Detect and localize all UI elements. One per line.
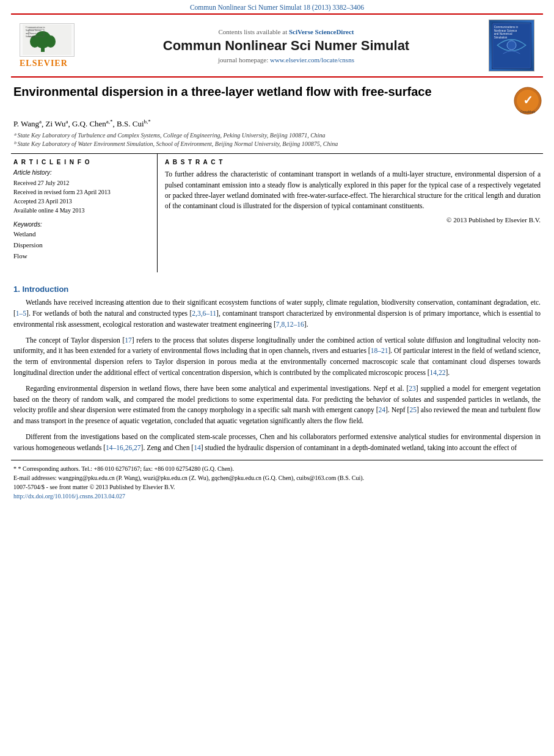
svg-text:and Numerical: and Numerical	[494, 32, 512, 35]
affiliation-b: ᵇ State Key Laboratory of Water Environm…	[13, 140, 541, 148]
svg-text:and Numerical: and Numerical	[26, 32, 38, 35]
intro-para3: Regarding environmental dispersion in we…	[13, 383, 541, 427]
keyword-2: Dispersion	[13, 240, 151, 251]
footer-issn: 1007-5704/$ - see front matter © 2013 Pu…	[13, 482, 541, 492]
ref-14b[interactable]: 14	[194, 444, 201, 451]
journal-cover-image: Communications in Nonlinear Science and …	[489, 20, 534, 71]
ref-24[interactable]: 24	[379, 406, 386, 413]
received-revised: Received in revised form 23 April 2013	[13, 187, 151, 197]
intro-para2: The concept of Taylor dispersion [17] re…	[13, 335, 541, 379]
history-label: Article history:	[13, 169, 151, 176]
affiliations: ᵃ State Key Laboratory of Turbulence and…	[11, 131, 543, 148]
email-label: E-mail addresses:	[13, 474, 57, 481]
journal-header-left: Communications in Nonlinear Science and …	[20, 23, 93, 68]
ref-25[interactable]: 25	[409, 406, 417, 413]
ref-23[interactable]: 23	[409, 385, 416, 392]
svg-text:Communications in: Communications in	[26, 26, 45, 29]
authors-line: P. Wanga, Zi Wua, G.Q. Chena,*, B.S. Cui…	[11, 118, 543, 129]
keyword-3: Flow	[13, 251, 151, 262]
crossmark-logo: ✓ CrossMark	[513, 86, 541, 114]
sciverse-link[interactable]: SciVerse ScienceDirect	[289, 28, 354, 35]
svg-text:Communications in: Communications in	[494, 26, 519, 29]
journal-header-center: Contents lists available at SciVerse Sci…	[93, 28, 479, 64]
journal-homepage: journal homepage: www.elsevier.com/locat…	[93, 56, 479, 64]
ref-2-11[interactable]: 2,3,6–11	[192, 310, 216, 317]
homepage-url[interactable]: www.elsevier.com/locate/cnsns	[270, 56, 354, 64]
elsevier-brand: ELSEVIER	[20, 59, 68, 68]
footer-doi[interactable]: http://dx.doi.org/10.1016/j.cnsns.2013.0…	[13, 493, 541, 500]
body-content: 1. Introduction Wetlands have received i…	[11, 272, 543, 454]
article-info-label: A R T I C L E I N F O	[13, 159, 151, 165]
footer-section: * * Corresponding authors. Tel.: +86 010…	[11, 460, 543, 503]
footnote-star: *	[13, 465, 16, 472]
article-title-section: Environmental dispersion in a three-laye…	[11, 84, 543, 114]
ref-14-22[interactable]: 14,22	[430, 369, 446, 376]
intro-para4: Different from the investigations based …	[13, 432, 541, 454]
copyright-line: © 2013 Published by Elsevier B.V.	[165, 216, 541, 224]
ref-14-27[interactable]: 14–16,26,27	[106, 444, 141, 451]
intro-heading: 1. Introduction	[13, 285, 541, 294]
elsevier-logo: Communications in Nonlinear Science and …	[20, 23, 93, 68]
homepage-prefix: journal homepage:	[218, 56, 270, 64]
article-history-block: Article history: Received 27 July 2012 R…	[13, 169, 151, 215]
svg-text:Nonlinear Science: Nonlinear Science	[26, 29, 42, 32]
svg-text:Nonlinear Science: Nonlinear Science	[494, 29, 517, 32]
elsevier-logo-image: Communications in Nonlinear Science and …	[20, 23, 75, 57]
footer-emails: E-mail addresses: wangping@pku.edu.cn (P…	[13, 473, 541, 482]
ref-1-5[interactable]: 1–5	[16, 310, 26, 317]
svg-text:✓: ✓	[523, 93, 533, 107]
ref-17[interactable]: 17	[125, 336, 132, 344]
page-wrapper: Commun Nonlinear Sci Numer Simulat 18 (2…	[0, 0, 554, 756]
journal-header-right: Communications in Nonlinear Science and …	[479, 20, 534, 71]
abstract-label: A B S T R A C T	[165, 159, 541, 165]
svg-point-4	[46, 35, 56, 48]
svg-text:Simulation: Simulation	[26, 35, 35, 38]
article-title: Environmental dispersion in a three-laye…	[13, 84, 501, 100]
journal-title: Commun Nonlinear Sci Numer Simulat	[93, 38, 479, 54]
ref-18-21[interactable]: 18–21	[371, 347, 388, 354]
both-word: both	[79, 310, 92, 317]
article-content: Environmental dispersion in a three-laye…	[11, 78, 543, 454]
svg-text:CrossMark: CrossMark	[520, 110, 536, 114]
svg-text:Simulation: Simulation	[494, 35, 508, 38]
sciverse-line: Contents lists available at SciVerse Sci…	[93, 28, 479, 35]
intro-para1: Wetlands have received increasing attent…	[13, 297, 541, 330]
accepted: Accepted 23 April 2013	[13, 197, 151, 206]
article-info-col: A R T I C L E I N F O Article history: R…	[11, 154, 158, 272]
abstract-text: To further address the characteristic of…	[165, 169, 541, 211]
sciverse-prefix: Contents lists available at	[218, 28, 288, 35]
citation-text: Commun Nonlinear Sci Numer Simulat 18 (2…	[190, 4, 364, 11]
svg-point-16	[507, 40, 516, 49]
ref-7-16[interactable]: 7,8,12–16	[276, 321, 304, 328]
email-addresses: wangping@pku.edu.cn (P. Wang), wuzi@pku.…	[58, 474, 364, 481]
affiliation-a: ᵃ State Key Laboratory of Turbulence and…	[13, 131, 541, 140]
corresponding-note: * * Corresponding authors. Tel.: +86 010…	[13, 464, 541, 473]
abstract-col: A B S T R A C T To further address the c…	[158, 154, 543, 272]
available: Available online 4 May 2013	[13, 206, 151, 215]
keywords-label: Keywords:	[13, 221, 151, 228]
citation-bar: Commun Nonlinear Sci Numer Simulat 18 (2…	[0, 0, 554, 13]
journal-header: Communications in Nonlinear Science and …	[11, 13, 543, 78]
article-meta-row: A R T I C L E I N F O Article history: R…	[11, 153, 543, 272]
keyword-1: Wetland	[13, 229, 151, 240]
received-1: Received 27 July 2012	[13, 178, 151, 187]
keywords-block: Keywords: Wetland Dispersion Flow	[13, 221, 151, 261]
